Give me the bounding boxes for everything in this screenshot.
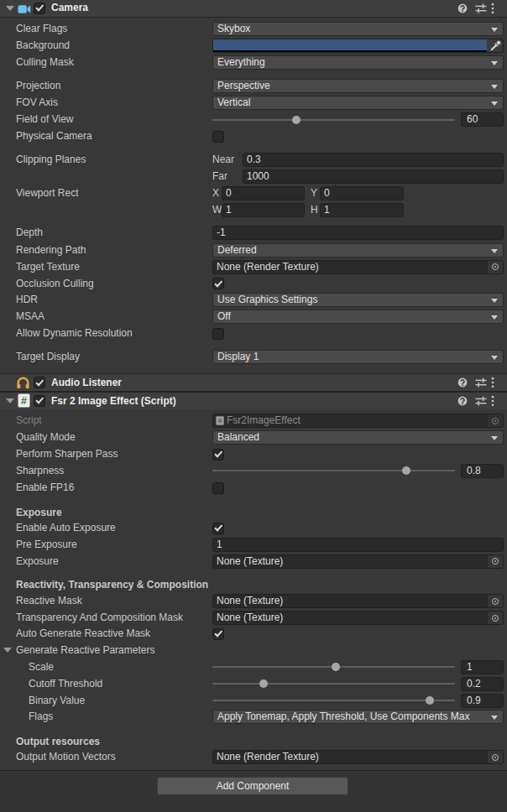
svg-text:#: # (21, 395, 27, 407)
